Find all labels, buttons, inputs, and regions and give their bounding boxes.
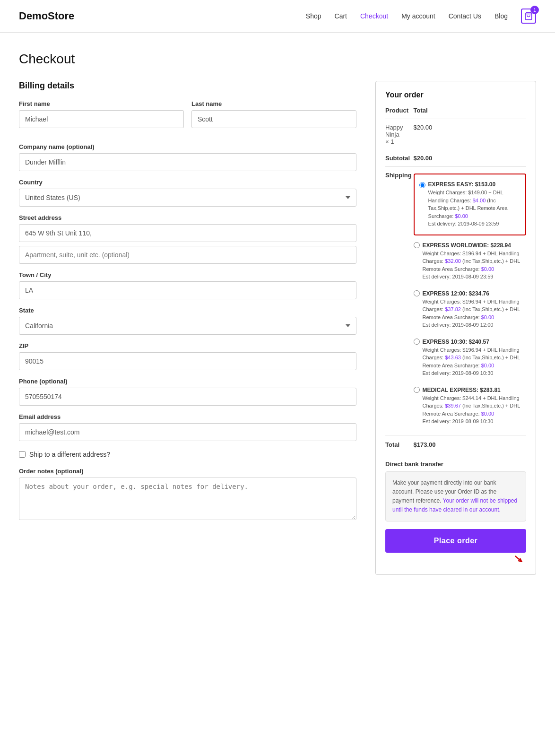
payment-title: Direct bank transfer bbox=[385, 461, 526, 468]
site-logo[interactable]: DemoStore bbox=[19, 10, 74, 22]
street-group: Street address bbox=[19, 214, 356, 264]
order-notes-group: Order notes (optional) bbox=[19, 468, 356, 520]
company-group: Company name (optional) bbox=[19, 143, 356, 171]
email-group: Email address bbox=[19, 413, 356, 441]
city-input[interactable] bbox=[19, 281, 356, 299]
company-input[interactable] bbox=[19, 153, 356, 171]
product-name-cell: Happy Ninja × 1 bbox=[385, 119, 414, 150]
state-label: State bbox=[19, 307, 356, 314]
page-title: Checkout bbox=[19, 52, 536, 67]
main-content: Checkout Billing details First name Last… bbox=[0, 33, 555, 594]
shipping-radio-1200[interactable] bbox=[414, 290, 420, 296]
order-notes-label: Order notes (optional) bbox=[19, 468, 356, 475]
apt-input[interactable] bbox=[19, 246, 356, 264]
col-total: Total bbox=[414, 107, 526, 119]
cart-count: 1 bbox=[530, 6, 539, 14]
product-qty: × 1 bbox=[385, 138, 394, 145]
city-group: Town / City bbox=[19, 271, 356, 299]
name-row: First name Last name bbox=[19, 100, 356, 136]
place-order-button[interactable]: Place order bbox=[385, 529, 526, 553]
medical-detail: Weight Charges: $244.14 + DHL Handling C… bbox=[423, 394, 526, 426]
subtotal-label: Subtotal bbox=[385, 150, 414, 167]
order-title: Your order bbox=[385, 91, 526, 99]
billing-form-section: Billing details First name Last name Com… bbox=[19, 81, 356, 528]
state-select[interactable]: California bbox=[19, 317, 356, 335]
content-layout: Billing details First name Last name Com… bbox=[19, 81, 536, 575]
1030-detail: Weight Charges: $196.94 + DHL Handling C… bbox=[423, 346, 526, 377]
arrow-indicator bbox=[385, 554, 526, 565]
order-summary-section: Your order Product Total Happy Ninja × 1 bbox=[375, 81, 536, 575]
1030-label: EXPRESS 10:30: $240.57 bbox=[423, 339, 526, 345]
nav-shop[interactable]: Shop bbox=[306, 12, 321, 20]
zip-group: ZIP bbox=[19, 342, 356, 370]
first-name-input[interactable] bbox=[19, 110, 184, 128]
phone-group: Phone (optional) bbox=[19, 378, 356, 406]
company-label: Company name (optional) bbox=[19, 143, 356, 150]
total-value: $173.00 bbox=[414, 435, 526, 453]
shipping-option-worldwide: EXPRESS WORLDWIDE: $228.94 Weight Charge… bbox=[414, 237, 526, 286]
shipping-option-express-easy: EXPRESS EASY: $153.00 Weight Charges: $1… bbox=[414, 174, 526, 235]
cart-icon-button[interactable]: 1 bbox=[521, 9, 536, 24]
ship-different-label[interactable]: Ship to a different address? bbox=[29, 451, 110, 458]
billing-section-title: Billing details bbox=[19, 81, 356, 91]
shipping-option-medical: MEDICAL EXPRESS: $283.81 Weight Charges:… bbox=[414, 382, 526, 430]
shipping-radio-medical[interactable] bbox=[414, 387, 420, 393]
order-box: Your order Product Total Happy Ninja × 1 bbox=[375, 81, 536, 575]
express-easy-detail: Weight Charges: $149.00 + DHL Handling C… bbox=[428, 189, 520, 228]
nav-checkout[interactable]: Checkout bbox=[360, 12, 388, 20]
1200-detail: Weight Charges: $196.94 + DHL Handling C… bbox=[423, 298, 526, 329]
express-easy-label: EXPRESS EASY: $153.00 bbox=[428, 181, 520, 188]
subtotal-value: $20.00 bbox=[414, 150, 526, 167]
arrow-icon bbox=[515, 554, 526, 565]
phone-input[interactable] bbox=[19, 388, 356, 406]
shipping-options-cell: EXPRESS EASY: $153.00 Weight Charges: $1… bbox=[414, 167, 526, 435]
state-group: State California bbox=[19, 307, 356, 335]
phone-label: Phone (optional) bbox=[19, 378, 356, 385]
order-table: Product Total Happy Ninja × 1 $20.00 bbox=[385, 107, 526, 453]
product-name: Happy Ninja bbox=[385, 124, 403, 138]
worldwide-detail: Weight Charges: $196.94 + DHL Handling C… bbox=[423, 250, 526, 281]
payment-info-box: Make your payment directly into our bank… bbox=[385, 471, 526, 522]
zip-input[interactable] bbox=[19, 352, 356, 370]
first-name-group: First name bbox=[19, 100, 184, 128]
medical-label: MEDICAL EXPRESS: $283.81 bbox=[423, 387, 526, 393]
header: DemoStore Shop Cart Checkout My account … bbox=[0, 0, 555, 33]
shipping-option-1200: EXPRESS 12:00: $234.76 Weight Charges: $… bbox=[414, 286, 526, 334]
shipping-option-1030: EXPRESS 10:30: $240.57 Weight Charges: $… bbox=[414, 334, 526, 382]
total-label: Total bbox=[385, 435, 414, 453]
zip-label: ZIP bbox=[19, 342, 356, 349]
country-group: Country United States (US) bbox=[19, 179, 356, 207]
shipping-radio-express-easy[interactable] bbox=[419, 182, 425, 188]
nav-contact[interactable]: Contact Us bbox=[449, 12, 481, 20]
total-row: Total $173.00 bbox=[385, 435, 526, 453]
shipping-radio-1030[interactable] bbox=[414, 339, 420, 345]
shipping-label: Shipping bbox=[385, 167, 414, 435]
nav-cart[interactable]: Cart bbox=[335, 12, 347, 20]
email-label: Email address bbox=[19, 413, 356, 420]
shipping-radio-worldwide[interactable] bbox=[414, 242, 420, 248]
subtotal-row: Subtotal $20.00 bbox=[385, 150, 526, 167]
country-label: Country bbox=[19, 179, 356, 186]
nav-myaccount[interactable]: My account bbox=[401, 12, 435, 20]
main-nav: Shop Cart Checkout My account Contact Us… bbox=[306, 9, 536, 24]
first-name-label: First name bbox=[19, 100, 184, 107]
product-price-cell: $20.00 bbox=[414, 119, 526, 150]
last-name-input[interactable] bbox=[191, 110, 356, 128]
shipping-row: Shipping EXPRESS EASY: $153.00 bbox=[385, 167, 526, 435]
ship-different-checkbox[interactable] bbox=[19, 451, 26, 458]
street-label: Street address bbox=[19, 214, 356, 221]
last-name-label: Last name bbox=[191, 100, 356, 107]
email-input[interactable] bbox=[19, 423, 356, 441]
product-row: Happy Ninja × 1 $20.00 bbox=[385, 119, 526, 150]
city-label: Town / City bbox=[19, 271, 356, 278]
ship-different-row: Ship to a different address? bbox=[19, 451, 356, 458]
order-notes-textarea[interactable] bbox=[19, 478, 356, 520]
worldwide-label: EXPRESS WORLDWIDE: $228.94 bbox=[423, 242, 526, 249]
payment-section: Direct bank transfer Make your payment d… bbox=[385, 461, 526, 522]
street-input[interactable] bbox=[19, 224, 356, 242]
1200-label: EXPRESS 12:00: $234.76 bbox=[423, 290, 526, 297]
country-select[interactable]: United States (US) bbox=[19, 189, 356, 207]
col-product: Product bbox=[385, 107, 414, 119]
nav-blog[interactable]: Blog bbox=[494, 12, 508, 20]
last-name-group: Last name bbox=[191, 100, 356, 128]
